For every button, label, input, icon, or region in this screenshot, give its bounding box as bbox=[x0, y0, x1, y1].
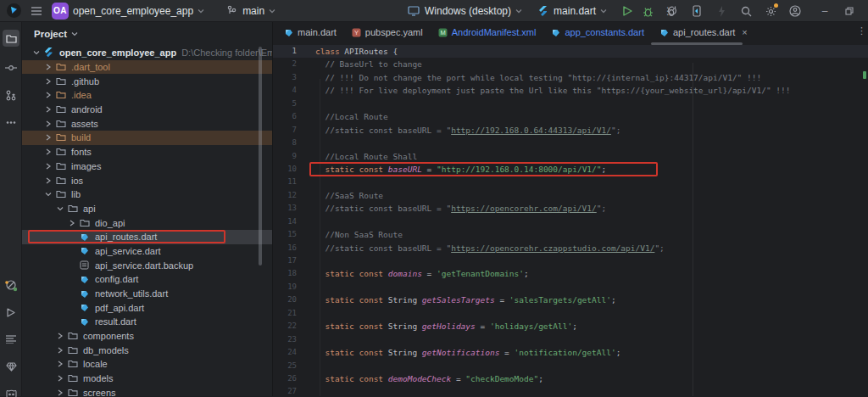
tree-scrollbar[interactable] bbox=[259, 47, 262, 266]
code-line-19[interactable]: 19 bbox=[273, 281, 868, 294]
code-line-3[interactable]: 3 // !!! Do not change the port while lo… bbox=[273, 71, 868, 84]
tab-app_constants.dart[interactable]: app_constants.dart bbox=[543, 22, 652, 42]
chevron-right-icon[interactable] bbox=[44, 148, 53, 155]
code-line-13[interactable]: 13 //static const baseURL = "https://ope… bbox=[273, 202, 868, 215]
tree-item-.idea[interactable]: .idea bbox=[22, 88, 272, 103]
chevron-right-icon[interactable] bbox=[44, 134, 53, 141]
chevron-right-icon[interactable] bbox=[56, 361, 64, 367]
code-line-14[interactable]: 14 bbox=[273, 215, 868, 228]
tree-item-api_routes.dart[interactable]: api_routes.dart bbox=[22, 230, 272, 244]
flutter-inspector-tool-button[interactable] bbox=[3, 358, 19, 375]
tab-options-icon[interactable]: ⋮ bbox=[857, 25, 866, 36]
code-line-22[interactable]: 22 static const String getHolidays = 'ho… bbox=[273, 320, 868, 333]
tree-item-api[interactable]: api bbox=[22, 202, 272, 216]
device-mirror-icon[interactable] bbox=[690, 4, 704, 18]
tree-item-screens[interactable]: screens bbox=[22, 386, 272, 397]
code-line-18[interactable]: 18 static const domains = 'getTenantDoma… bbox=[273, 267, 868, 280]
debug-button[interactable] bbox=[641, 4, 654, 18]
tree-item-components[interactable]: components bbox=[22, 329, 272, 344]
window-minimize-button[interactable]: – bbox=[818, 4, 832, 18]
code-line-16[interactable]: 16 //static const baseURL = "https://ope… bbox=[273, 242, 868, 254]
code-line-27[interactable]: 27 bbox=[273, 385, 868, 396]
structure-tool-button[interactable] bbox=[3, 331, 19, 348]
tree-item-result.dart[interactable]: result.dart bbox=[22, 315, 272, 329]
commit-tool-button[interactable] bbox=[3, 59, 19, 76]
chevron-right-icon[interactable] bbox=[44, 120, 53, 127]
chevron-down-icon[interactable] bbox=[44, 191, 53, 198]
code-line-15[interactable]: 15 //Non SaaS Route bbox=[273, 228, 868, 241]
code-line-12[interactable]: 12 //SaaS Route bbox=[273, 189, 868, 202]
run-tool-button[interactable] bbox=[3, 304, 19, 321]
chevron-down-icon[interactable] bbox=[56, 205, 64, 212]
tree-item-.github[interactable]: .github bbox=[22, 74, 272, 88]
tree-item-models[interactable]: models bbox=[22, 372, 272, 386]
tree-item-build[interactable]: build bbox=[22, 131, 272, 145]
code-line-2[interactable]: 2 // BaseUrl to change bbox=[273, 58, 868, 70]
tree-item-.dart_tool[interactable]: .dart_tool bbox=[22, 60, 272, 75]
tree-item-api_service.dart.backup[interactable]: api_service.dart.backup bbox=[22, 258, 272, 272]
code-line-25[interactable]: 25 bbox=[273, 360, 868, 372]
tree-item-locale[interactable]: locale bbox=[22, 357, 272, 372]
dart-analysis-tool-button[interactable] bbox=[3, 277, 19, 294]
hamburger-menu-icon[interactable] bbox=[30, 4, 43, 18]
tab-AndroidManifest.xml[interactable]: MAndroidManifest.xml bbox=[431, 22, 544, 42]
code-line-24[interactable]: 24 static const String getNotifications … bbox=[273, 346, 868, 359]
tree-item-dio_api[interactable]: dio_api bbox=[22, 215, 272, 230]
device-selector[interactable]: Windows (desktop) bbox=[407, 4, 522, 18]
tree-item-android[interactable]: android bbox=[22, 103, 272, 117]
chevron-right-icon[interactable] bbox=[56, 347, 64, 354]
code-line-26[interactable]: 26 static const demoModeCheck = "checkDe… bbox=[273, 372, 868, 385]
chevron-right-icon[interactable] bbox=[56, 389, 64, 396]
code-line-1[interactable]: 1class APIRoutes { bbox=[273, 45, 868, 58]
chevron-right-icon[interactable] bbox=[44, 106, 53, 113]
inspection-indicator[interactable] bbox=[863, 71, 866, 79]
code-line-10[interactable]: 10 static const baseURL = "http://192.16… bbox=[273, 163, 868, 176]
tab-main.dart[interactable]: main.dart bbox=[276, 22, 344, 42]
code-line-11[interactable]: 11 bbox=[273, 176, 868, 188]
settings-gear-icon[interactable] bbox=[764, 4, 777, 18]
lightning-icon[interactable] bbox=[715, 4, 728, 18]
more-tools-button[interactable] bbox=[3, 114, 19, 131]
tree-item-api_service.dart[interactable]: api_service.dart bbox=[22, 244, 272, 259]
run-config-selector[interactable]: main.dart bbox=[536, 4, 607, 18]
ide-logo-icon[interactable] bbox=[7, 3, 21, 18]
code-line-17[interactable]: 17 bbox=[273, 254, 868, 267]
run-button[interactable] bbox=[620, 4, 634, 18]
code-line-6[interactable]: 6 //Local Route bbox=[273, 110, 868, 123]
code-line-9[interactable]: 9 //Local Route Shall bbox=[273, 150, 868, 163]
close-tab-icon[interactable]: × bbox=[742, 27, 747, 37]
todo-tool-button[interactable] bbox=[3, 385, 19, 397]
tree-item-fonts[interactable]: fonts bbox=[22, 145, 272, 159]
code-line-4[interactable]: 4 // !!! For live deployment just paste … bbox=[273, 84, 868, 97]
tree-item-open_core_employee_app[interactable]: open_core_employee_appD:\Checking folder… bbox=[22, 46, 272, 60]
code-line-20[interactable]: 20 static const String getSalesTargets =… bbox=[273, 294, 868, 306]
tree-item-db_models[interactable]: db_models bbox=[22, 343, 272, 357]
chevron-right-icon[interactable] bbox=[56, 333, 64, 339]
project-selector[interactable]: OA open_core_employee_app bbox=[52, 3, 204, 20]
chevron-right-icon[interactable] bbox=[44, 163, 53, 170]
chevron-down-icon[interactable] bbox=[32, 49, 41, 56]
tab-pubspec.yaml[interactable]: Ypubspec.yaml bbox=[344, 22, 431, 42]
tree-item-lib[interactable]: lib bbox=[22, 187, 272, 202]
tree-item-images[interactable]: images bbox=[22, 159, 272, 174]
chevron-right-icon[interactable] bbox=[68, 220, 76, 226]
window-restore-button[interactable] bbox=[843, 4, 856, 18]
chevron-right-icon[interactable] bbox=[56, 375, 64, 382]
project-panel-header[interactable]: Project bbox=[22, 22, 272, 46]
code-line-7[interactable]: 7 //static const baseURL = "http://192.1… bbox=[273, 124, 868, 137]
chevron-right-icon[interactable] bbox=[44, 92, 53, 98]
tree-item-pdf_api.dart[interactable]: pdf_api.dart bbox=[22, 300, 272, 315]
code-line-5[interactable]: 5 bbox=[273, 98, 868, 110]
project-tool-button[interactable] bbox=[3, 30, 19, 47]
tab-api_routes.dart[interactable]: api_routes.dart× bbox=[652, 22, 755, 42]
pull-requests-tool-button[interactable] bbox=[3, 87, 19, 103]
tree-item-assets[interactable]: assets bbox=[22, 116, 272, 131]
code-line-8[interactable]: 8 bbox=[273, 137, 868, 149]
hot-reload-icon[interactable] bbox=[665, 4, 679, 18]
chevron-right-icon[interactable] bbox=[44, 177, 53, 184]
branch-selector[interactable]: main bbox=[225, 4, 275, 18]
chevron-right-icon[interactable] bbox=[44, 78, 53, 85]
code-line-23[interactable]: 23 bbox=[273, 333, 868, 346]
tree-item-config.dart[interactable]: config.dart bbox=[22, 272, 272, 287]
code-editor[interactable]: 1class APIRoutes {2 // BaseUrl to change… bbox=[273, 42, 868, 396]
